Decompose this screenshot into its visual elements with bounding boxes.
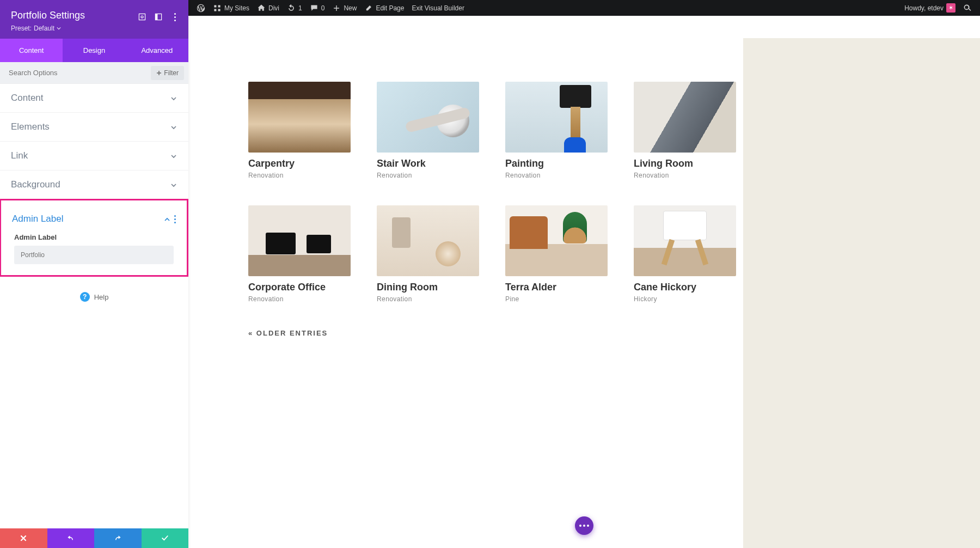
preset-label: Preset: <box>11 25 32 32</box>
portfolio-item[interactable]: Living Room Renovation <box>634 82 736 179</box>
pencil-icon <box>364 4 373 13</box>
portfolio-thumb <box>634 82 736 153</box>
kebab-icon <box>174 13 176 21</box>
redo-button[interactable] <box>94 528 142 548</box>
exit-label: Exit Visual Builder <box>412 4 464 12</box>
wp-logo[interactable] <box>193 0 209 16</box>
preset-picker[interactable]: Preset: Default <box>11 25 177 32</box>
filter-button[interactable]: Filter <box>151 66 184 80</box>
portfolio-thumb <box>377 205 479 276</box>
portfolio-item[interactable]: Terra Alder Pine <box>505 205 608 303</box>
toggle-elements-label: Elements <box>11 121 50 132</box>
portfolio-item[interactable]: Stair Work Renovation <box>377 82 479 179</box>
search-icon <box>963 4 972 13</box>
toggle-background[interactable]: Background <box>0 171 188 199</box>
close-icon <box>20 534 27 542</box>
mysites-label: My Sites <box>224 4 249 12</box>
toggle-link[interactable]: Link <box>0 142 188 171</box>
exit-builder[interactable]: Exit Visual Builder <box>408 0 468 16</box>
portfolio-item[interactable]: Painting Renovation <box>505 82 608 179</box>
save-button[interactable] <box>142 528 189 548</box>
chevron-up-icon <box>163 215 171 223</box>
edit-page[interactable]: Edit Page <box>360 0 408 16</box>
updates-menu[interactable]: 1 <box>283 0 306 16</box>
new-label: New <box>344 4 357 12</box>
portfolio-title: Dining Room <box>377 282 479 293</box>
search-toggle[interactable] <box>959 0 976 16</box>
chevron-down-icon <box>170 181 177 188</box>
toggle-elements[interactable]: Elements <box>0 113 188 142</box>
dock-button[interactable] <box>150 9 167 25</box>
refresh-icon <box>287 4 296 13</box>
kebab-icon[interactable] <box>174 215 176 223</box>
mysites-menu[interactable]: My Sites <box>209 0 253 16</box>
wp-admin-bar: My Sites Divi 1 0 New Edit Page Exit Vis… <box>188 0 980 16</box>
portfolio-category: Renovation <box>634 172 736 179</box>
older-entries-link[interactable]: « OLDER ENTRIES <box>248 329 950 337</box>
howdy[interactable]: Howdy, etdev ✶ <box>901 0 959 16</box>
new-menu[interactable]: New <box>328 0 360 16</box>
svg-point-1 <box>141 16 143 18</box>
portfolio-title: Cane Hickory <box>634 282 736 293</box>
help-link[interactable]: ? Help <box>0 277 188 317</box>
portfolio-item[interactable]: Cane Hickory Hickory <box>634 205 736 303</box>
portfolio-category: Hickory <box>634 295 736 303</box>
portfolio-category: Pine <box>505 295 608 303</box>
tab-design[interactable]: Design <box>63 39 125 62</box>
portfolio-thumb <box>505 205 608 276</box>
filter-label: Filter <box>164 69 179 77</box>
howdy-label: Howdy, etdev <box>904 4 944 12</box>
edit-label: Edit Page <box>376 4 404 12</box>
divi-menu[interactable]: Divi <box>253 0 283 16</box>
toggle-content[interactable]: Content <box>0 84 188 113</box>
undo-icon <box>66 534 75 543</box>
responsive-preview-button[interactable] <box>134 9 150 25</box>
sites-icon <box>213 4 222 13</box>
check-icon <box>161 534 169 543</box>
home-icon <box>257 4 266 13</box>
portfolio-item[interactable]: Corporate Office Renovation <box>248 205 351 303</box>
portfolio-category: Renovation <box>248 172 351 179</box>
plus-icon <box>332 4 341 13</box>
portfolio-title: Stair Work <box>377 158 479 169</box>
undo-button[interactable] <box>47 528 95 548</box>
portfolio-thumb <box>377 82 479 153</box>
portfolio-title: Living Room <box>634 158 736 169</box>
toggle-admin-label[interactable]: Admin Label <box>1 200 187 233</box>
avatar-badge: ✶ <box>946 3 955 13</box>
updates-count: 1 <box>298 4 302 12</box>
portfolio-thumb <box>505 82 608 153</box>
portfolio-module: Carpentry Renovation Stair Work Renovati… <box>188 0 980 359</box>
comments-menu[interactable]: 0 <box>306 0 329 16</box>
svg-rect-3 <box>155 14 157 20</box>
portfolio-thumb <box>248 205 351 276</box>
tab-content[interactable]: Content <box>0 39 63 62</box>
portfolio-category: Renovation <box>248 295 351 303</box>
builder-fab[interactable] <box>575 516 593 535</box>
portfolio-title: Painting <box>505 158 608 169</box>
settings-panel: Portfolio Settings Preset: Default Conte… <box>0 0 188 548</box>
portfolio-item[interactable]: Carpentry Renovation <box>248 82 351 179</box>
admin-label-input[interactable] <box>14 246 174 264</box>
divi-label: Divi <box>268 4 279 12</box>
portfolio-item[interactable]: Dining Room Renovation <box>377 205 479 303</box>
kebab-menu-button[interactable] <box>167 9 183 25</box>
portfolio-category: Renovation <box>377 295 479 303</box>
comment-icon <box>310 4 318 13</box>
redo-icon <box>113 534 122 543</box>
ellipsis-icon <box>579 525 589 527</box>
discard-button[interactable] <box>0 528 47 548</box>
help-icon: ? <box>80 292 90 302</box>
builder-canvas[interactable]: Carpentry Renovation Stair Work Renovati… <box>188 0 980 548</box>
portfolio-thumb <box>248 82 351 153</box>
svg-rect-0 <box>139 14 145 20</box>
toggle-link-label: Link <box>11 150 28 161</box>
search-row: Filter <box>0 62 188 84</box>
toggle-background-label: Background <box>11 179 60 190</box>
wordpress-icon <box>197 4 205 13</box>
search-input[interactable] <box>0 62 146 83</box>
portfolio-title: Carpentry <box>248 158 351 169</box>
settings-tabs: Content Design Advanced <box>0 39 188 62</box>
tab-advanced[interactable]: Advanced <box>126 39 188 62</box>
panel-footer <box>0 528 188 548</box>
